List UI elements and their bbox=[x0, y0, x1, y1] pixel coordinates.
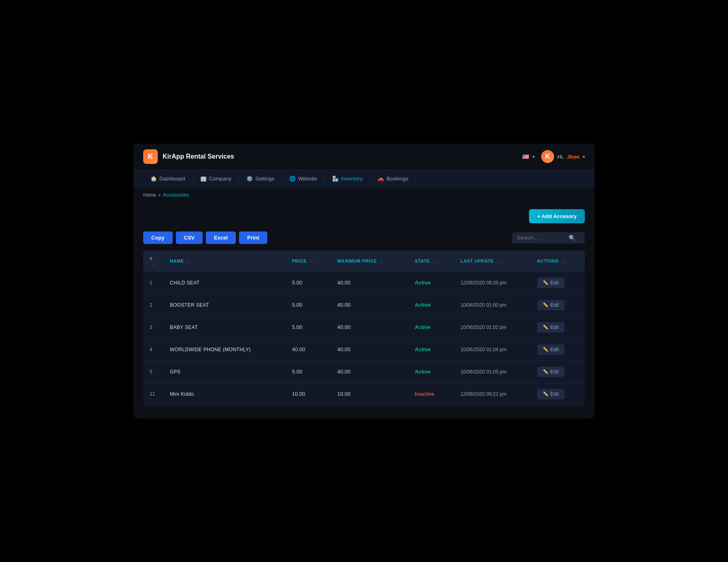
breadcrumb-current: Accessories bbox=[163, 192, 189, 198]
user-avatar: K bbox=[541, 150, 554, 163]
cell-lastupdate: 12/08/2020 09:20 pm bbox=[454, 272, 531, 294]
sort-num-icon[interactable] bbox=[151, 262, 155, 266]
table-row: 11 Mini Kiddo 10.00 10.00 Inactive 12/08… bbox=[143, 383, 585, 405]
sort-price-icon[interactable] bbox=[310, 260, 314, 264]
edit-label: Edit bbox=[550, 369, 559, 375]
edit-button[interactable]: ✏️ Edit bbox=[537, 344, 565, 355]
cell-price: 5.00 bbox=[286, 316, 331, 338]
cell-actions: ✏️ Edit bbox=[531, 272, 585, 294]
app-window: K KirApp Rental Services 🇺🇸 ▾ K Hi, Jhon… bbox=[133, 144, 595, 418]
cell-lastupdate: 10/06/2020 01:02 pm bbox=[454, 316, 531, 338]
nav-label-settings: Settings bbox=[255, 176, 274, 182]
edit-button[interactable]: ✏️ Edit bbox=[537, 278, 565, 288]
copy-button[interactable]: Copy bbox=[143, 231, 173, 244]
header-left: K KirApp Rental Services bbox=[143, 149, 234, 164]
cell-num: 5 bbox=[143, 361, 163, 383]
cell-maxprice: 10.00 bbox=[331, 383, 408, 405]
col-header-num: # bbox=[143, 250, 163, 271]
main-content: + Add Accesory Copy CSV Excel Print 🔍 bbox=[133, 203, 595, 418]
cell-maxprice: 40.00 bbox=[331, 338, 408, 361]
dashboard-icon: 🏠 bbox=[150, 176, 157, 182]
nav-item-company[interactable]: 🏢 Company bbox=[193, 170, 239, 187]
edit-label: Edit bbox=[550, 324, 559, 330]
cell-name: BOOSTER SEAT bbox=[163, 294, 286, 316]
cell-actions: ✏️ Edit bbox=[531, 361, 585, 383]
cell-price: 5.00 bbox=[286, 361, 331, 383]
col-header-actions: ACTIONS bbox=[531, 250, 585, 271]
sort-lastupdate-icon[interactable] bbox=[497, 260, 501, 264]
export-buttons: Copy CSV Excel Print bbox=[143, 231, 267, 244]
cell-price: 5.00 bbox=[286, 294, 331, 316]
edit-label: Edit bbox=[550, 302, 559, 308]
cell-num: 1 bbox=[143, 272, 163, 294]
user-menu[interactable]: K Hi, Jhon ▾ bbox=[541, 150, 585, 163]
cell-name: GPS bbox=[163, 361, 286, 383]
cell-lastupdate: 10/06/2020 01:00 pm bbox=[454, 294, 531, 316]
user-greeting: Hi, bbox=[557, 154, 564, 160]
app-title: KirApp Rental Services bbox=[163, 153, 234, 160]
nav-item-bookings[interactable]: 🚗 Bookings bbox=[370, 170, 415, 187]
top-toolbar: + Add Accesory bbox=[143, 209, 585, 223]
print-button[interactable]: Print bbox=[239, 231, 267, 244]
table-row: 2 BOOSTER SEAT 5.00 40.00 Active 10/06/2… bbox=[143, 294, 585, 316]
cell-lastupdate: 12/08/2020 09:22 pm bbox=[454, 383, 531, 405]
col-header-lastupdate: LAST UPDATE bbox=[454, 250, 531, 271]
edit-button[interactable]: ✏️ Edit bbox=[537, 389, 565, 399]
table-row: 1 CHILD SEAT 5.00 40.00 Active 12/08/202… bbox=[143, 272, 585, 294]
cell-state: Active bbox=[408, 316, 454, 338]
search-input[interactable] bbox=[517, 235, 565, 241]
user-name: Jhon bbox=[567, 154, 580, 160]
edit-button[interactable]: ✏️ Edit bbox=[537, 300, 565, 310]
table: # NAME PRICE MAXIMUM PRICE bbox=[143, 250, 585, 405]
sort-name-icon[interactable] bbox=[187, 260, 191, 264]
edit-button[interactable]: ✏️ Edit bbox=[537, 322, 565, 333]
cell-actions: ✏️ Edit bbox=[531, 294, 585, 316]
nav-label-company: Company bbox=[209, 176, 232, 182]
cell-lastupdate: 10/06/2020 01:05 pm bbox=[454, 361, 531, 383]
edit-label: Edit bbox=[550, 280, 559, 286]
csv-button[interactable]: CSV bbox=[176, 231, 203, 244]
nav-label-bookings: Bookings bbox=[386, 176, 408, 182]
language-selector[interactable]: 🇺🇸 ▾ bbox=[521, 152, 535, 161]
cell-num: 4 bbox=[143, 338, 163, 361]
chevron-down-icon: ▾ bbox=[533, 155, 535, 159]
cell-price: 40.00 bbox=[286, 338, 331, 361]
cell-state: Inactive bbox=[408, 383, 454, 405]
user-chevron-icon: ▾ bbox=[583, 155, 585, 159]
edit-label: Edit bbox=[550, 347, 559, 352]
nav-label-website: Website bbox=[298, 176, 317, 182]
breadcrumb-home[interactable]: Home bbox=[143, 192, 156, 198]
add-accessory-button[interactable]: + Add Accesory bbox=[529, 209, 585, 223]
cell-name: Mini Kiddo bbox=[163, 383, 286, 405]
nav-label-dashboard: Dashboard bbox=[159, 176, 185, 182]
inventory-icon: 🏪 bbox=[332, 176, 339, 182]
col-header-state: STATE bbox=[408, 250, 454, 271]
cell-state: Active bbox=[408, 294, 454, 316]
sort-state-icon[interactable] bbox=[433, 260, 437, 264]
sort-actions-icon[interactable] bbox=[562, 260, 566, 264]
accessories-table: # NAME PRICE MAXIMUM PRICE bbox=[143, 250, 585, 405]
cell-lastupdate: 10/06/2020 01:04 pm bbox=[454, 338, 531, 361]
sort-maxprice-icon[interactable] bbox=[380, 260, 384, 264]
nav-item-inventory[interactable]: 🏪 Inventory bbox=[325, 170, 370, 187]
nav-item-dashboard[interactable]: 🏠 Dashboard bbox=[143, 170, 193, 187]
table-header: # NAME PRICE MAXIMUM PRICE bbox=[143, 250, 585, 271]
cell-num: 2 bbox=[143, 294, 163, 316]
nav-item-website[interactable]: 🌐 Website bbox=[282, 170, 325, 187]
nav-item-settings[interactable]: ⚙️ Settings bbox=[239, 170, 282, 187]
cell-state: Active bbox=[408, 361, 454, 383]
breadcrumb-separator: ● bbox=[159, 193, 161, 197]
col-header-maxprice: MAXIMUM PRICE bbox=[331, 250, 408, 271]
cell-state: Active bbox=[408, 338, 454, 361]
excel-button[interactable]: Excel bbox=[206, 231, 236, 244]
col-header-name: NAME bbox=[163, 250, 286, 271]
cell-maxprice: 40.00 bbox=[331, 272, 408, 294]
main-nav: 🏠 Dashboard 🏢 Company ⚙️ Settings 🌐 Webs… bbox=[133, 170, 595, 187]
edit-button[interactable]: ✏️ Edit bbox=[537, 367, 565, 377]
edit-label: Edit bbox=[550, 391, 559, 397]
table-row: 5 GPS 5.00 40.00 Active 10/06/2020 01:05… bbox=[143, 361, 585, 383]
edit-icon: ✏️ bbox=[543, 280, 548, 285]
table-body: 1 CHILD SEAT 5.00 40.00 Active 12/08/202… bbox=[143, 272, 585, 405]
table-row: 3 BABY SEAT 5.00 40.00 Active 10/06/2020… bbox=[143, 316, 585, 338]
flag-icon: 🇺🇸 bbox=[521, 152, 530, 161]
